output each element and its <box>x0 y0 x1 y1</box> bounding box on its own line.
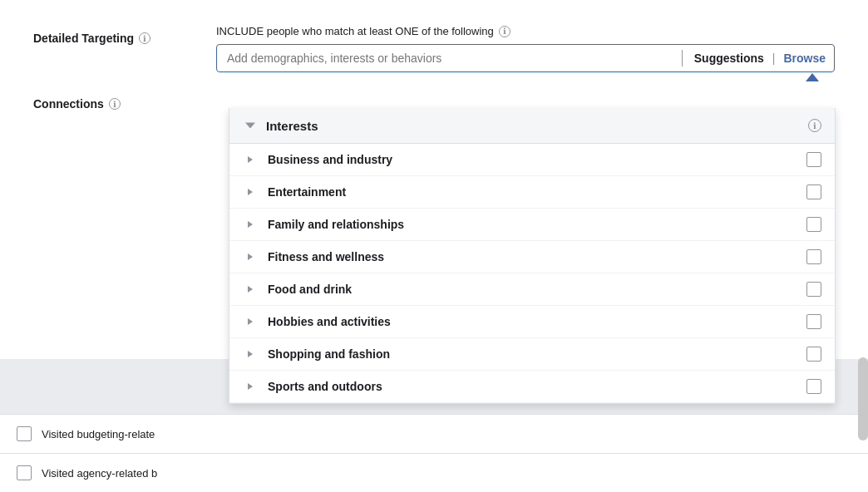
svg-marker-6 <box>248 318 253 325</box>
svg-marker-2 <box>248 189 253 195</box>
search-divider <box>682 50 683 66</box>
item-label-food: Food and drink <box>268 283 806 296</box>
expand-arrow-icon <box>243 347 258 362</box>
svg-marker-1 <box>248 156 253 163</box>
dropdown-items-container: Business and industry Entertainment Fami… <box>229 144 835 403</box>
item-label-business: Business and industry <box>268 153 806 166</box>
bottom-checkbox-agency[interactable] <box>17 465 32 480</box>
bottom-item-text-budgeting: Visited budgeting-relate <box>42 428 155 440</box>
include-label: INCLUDE people who match at least ONE of… <box>216 25 835 37</box>
suggestions-button[interactable]: Suggestions <box>686 45 772 71</box>
svg-marker-7 <box>248 351 253 357</box>
dropdown-item-shopping[interactable]: Shopping and fashion <box>229 338 835 371</box>
bottom-item-budgeting[interactable]: Visited budgeting-relate <box>0 414 868 453</box>
item-label-family: Family and relationships <box>268 218 806 231</box>
item-checkbox-hobbies[interactable] <box>806 314 821 329</box>
detailed-targeting-label: Detailed Targeting <box>33 32 134 45</box>
targeting-row: Detailed Targeting ℹ INCLUDE people who … <box>33 25 835 72</box>
item-label-hobbies: Hobbies and activities <box>268 315 806 328</box>
svg-marker-8 <box>248 383 253 390</box>
dropdown-title: Interests <box>266 119 808 133</box>
dropdown-item-family[interactable]: Family and relationships <box>229 209 835 241</box>
svg-marker-4 <box>248 253 253 260</box>
item-checkbox-entertainment[interactable] <box>806 184 821 199</box>
detailed-targeting-info-icon[interactable]: ℹ <box>139 32 150 44</box>
dropdown-info-icon[interactable]: ℹ <box>808 119 821 132</box>
include-text: INCLUDE people who match at least ONE of… <box>216 25 494 37</box>
bottom-items-container: Visited budgeting-relate Visited agency-… <box>0 414 868 492</box>
connections-label: Connections <box>33 97 104 111</box>
browse-button[interactable]: Browse <box>775 45 834 71</box>
svg-marker-0 <box>245 122 255 128</box>
bottom-checkbox-budgeting[interactable] <box>17 426 32 441</box>
expand-arrow-icon <box>243 282 258 297</box>
expand-arrow-icon <box>243 379 258 394</box>
search-bar: Suggestions | Browse <box>216 44 835 72</box>
dropdown-item-business[interactable]: Business and industry <box>229 144 835 176</box>
search-input[interactable] <box>217 45 678 71</box>
item-checkbox-shopping[interactable] <box>806 347 821 362</box>
dropdown-item-food[interactable]: Food and drink <box>229 273 835 306</box>
item-label-shopping: Shopping and fashion <box>268 347 806 361</box>
expand-arrow-icon <box>243 152 258 167</box>
page-wrapper: Detailed Targeting ℹ INCLUDE people who … <box>0 0 868 492</box>
dropdown-header: Interests ℹ <box>229 108 835 144</box>
item-checkbox-food[interactable] <box>806 282 821 297</box>
interests-dropdown: Interests ℹ Business and industry Entert… <box>229 108 836 404</box>
item-label-fitness: Fitness and wellness <box>268 250 806 263</box>
collapse-button[interactable] <box>243 118 258 133</box>
bottom-item-agency[interactable]: Visited agency-related b <box>0 453 868 492</box>
dropdown-item-entertainment[interactable]: Entertainment <box>229 176 835 209</box>
dropdown-chevron-up-icon <box>806 73 819 81</box>
item-label-sports: Sports and outdoors <box>268 380 806 393</box>
dropdown-item-hobbies[interactable]: Hobbies and activities <box>229 306 835 338</box>
targeting-control: INCLUDE people who match at least ONE of… <box>216 25 835 72</box>
svg-marker-5 <box>248 286 253 293</box>
bottom-item-text-agency: Visited agency-related b <box>42 467 157 480</box>
item-checkbox-family[interactable] <box>806 217 821 232</box>
item-checkbox-business[interactable] <box>806 152 821 167</box>
expand-arrow-icon <box>243 184 258 199</box>
dropdown-item-sports[interactable]: Sports and outdoors <box>229 371 835 403</box>
expand-arrow-icon <box>243 217 258 232</box>
connections-label-section: Connections ℹ <box>33 97 200 111</box>
expand-arrow-icon <box>243 314 258 329</box>
expand-arrow-icon <box>243 249 258 264</box>
detailed-targeting-label-section: Detailed Targeting ℹ <box>33 25 200 45</box>
item-label-entertainment: Entertainment <box>268 185 806 199</box>
include-info-icon[interactable]: ℹ <box>499 26 510 37</box>
connections-info-icon[interactable]: ℹ <box>109 98 121 110</box>
svg-marker-3 <box>248 221 253 228</box>
item-checkbox-fitness[interactable] <box>806 249 821 264</box>
scrollbar[interactable] <box>858 357 868 440</box>
item-checkbox-sports[interactable] <box>806 379 821 394</box>
dropdown-item-fitness[interactable]: Fitness and wellness <box>229 241 835 273</box>
